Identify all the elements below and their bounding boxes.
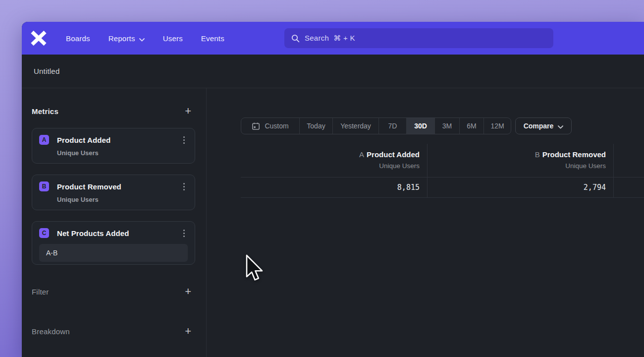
breakdown-section-header: Breakdown +: [32, 324, 195, 338]
segment-label: 6M: [467, 122, 476, 130]
column-header-b[interactable]: BProduct Removed Unique Users: [428, 144, 614, 177]
top-nav: Boards Reports Users Events: [22, 22, 644, 55]
report-title-bar: Untitled: [22, 55, 644, 88]
column-letter: B: [535, 150, 540, 159]
nav-item-users[interactable]: Users: [163, 34, 183, 43]
value-cell-a[interactable]: 8,815: [241, 178, 428, 197]
kebab-menu-icon[interactable]: [180, 182, 188, 191]
segment-label: Custom: [265, 122, 288, 130]
column-header-empty: [614, 144, 644, 177]
column-measure: Unique Users: [241, 162, 420, 170]
column-header-a[interactable]: AProduct Added Unique Users: [241, 144, 428, 177]
nav-item-events[interactable]: Events: [201, 34, 224, 43]
metric-value: 2,794: [584, 183, 606, 192]
compare-button[interactable]: Compare: [515, 118, 572, 134]
calendar-icon: [252, 122, 260, 130]
daterange-today[interactable]: Today: [299, 118, 332, 134]
nav-item-label: Reports: [108, 34, 135, 43]
mouse-cursor-icon: [245, 254, 263, 288]
metric-name: Product Added: [57, 136, 110, 144]
query-builder-sidebar: Metrics + A Product Added Unique Users B…: [22, 88, 207, 357]
search-placeholder: Search ⌘ + K: [305, 34, 355, 43]
metric-card-c[interactable]: C Net Products Added A-B: [32, 221, 195, 265]
nav-item-reports[interactable]: Reports: [108, 34, 145, 43]
compare-label: Compare: [524, 122, 554, 130]
nav-item-label: Events: [201, 34, 224, 43]
formula-input[interactable]: A-B: [39, 244, 188, 262]
daterange-6m[interactable]: 6M: [459, 118, 483, 134]
metric-name: Product Removed: [57, 182, 121, 191]
date-range-segmented-control: Custom Today Yesterday 7D 30D 3M 6M 12M: [241, 118, 511, 134]
metric-card-b[interactable]: B Product Removed Unique Users: [32, 175, 195, 210]
date-range-controls: Custom Today Yesterday 7D 30D 3M 6M 12M …: [241, 118, 572, 134]
metric-letter-badge: C: [39, 228, 49, 238]
chevron-down-icon: [558, 122, 563, 130]
metric-card-a[interactable]: A Product Added Unique Users: [32, 128, 195, 164]
daterange-3m[interactable]: 3M: [434, 118, 459, 134]
segment-label: 30D: [414, 122, 427, 130]
report-title[interactable]: Untitled: [34, 67, 59, 75]
table-value-row: 8,815 2,794: [241, 178, 644, 198]
metrics-title: Metrics: [32, 107, 58, 116]
metrics-section-header: Metrics +: [32, 104, 195, 118]
breakdown-title: Breakdown: [32, 327, 70, 336]
metric-measure[interactable]: Unique Users: [57, 196, 188, 203]
metric-name: Net Products Added: [57, 229, 129, 238]
metric-measure[interactable]: Unique Users: [57, 149, 188, 157]
add-filter-button[interactable]: +: [181, 287, 195, 297]
column-name: Product Added: [367, 150, 420, 159]
segment-label: 12M: [490, 122, 504, 130]
chevron-down-icon: [139, 35, 145, 43]
filter-section-header: Filter +: [32, 285, 195, 298]
segment-label: 7D: [388, 122, 397, 130]
daterange-yesterday[interactable]: Yesterday: [332, 118, 378, 134]
value-cell-b[interactable]: 2,794: [428, 178, 614, 197]
nav-items: Boards Reports Users Events: [66, 34, 224, 43]
metric-value: 8,815: [397, 183, 420, 192]
nav-item-label: Boards: [66, 34, 90, 43]
daterange-12m[interactable]: 12M: [483, 118, 511, 134]
column-measure: Unique Users: [428, 162, 606, 170]
segment-label: Today: [307, 122, 325, 130]
metric-letter-badge: B: [39, 181, 49, 191]
segment-label: 3M: [442, 122, 452, 130]
search-input[interactable]: Search ⌘ + K: [284, 28, 553, 48]
value-cell-empty: [614, 178, 644, 197]
add-breakdown-button[interactable]: +: [181, 326, 195, 336]
metrics-results-table: AProduct Added Unique Users BProduct Rem…: [241, 144, 644, 198]
nav-item-label: Users: [163, 34, 183, 43]
daterange-custom[interactable]: Custom: [241, 118, 299, 134]
kebab-menu-icon[interactable]: [180, 135, 188, 145]
search-icon: [291, 34, 300, 43]
daterange-30d-selected[interactable]: 30D: [406, 118, 434, 134]
desktop-background: Boards Reports Users Events: [0, 0, 644, 357]
mixpanel-logo-icon[interactable]: [30, 30, 48, 46]
filter-title: Filter: [32, 288, 49, 296]
app-window: Boards Reports Users Events: [22, 22, 644, 357]
column-name: Product Removed: [542, 150, 606, 159]
metric-letter-badge: A: [39, 135, 49, 145]
daterange-7d[interactable]: 7D: [378, 118, 406, 134]
segment-label: Yesterday: [340, 122, 371, 130]
results-panel: Custom Today Yesterday 7D 30D 3M 6M 12M …: [207, 88, 644, 357]
add-metric-button[interactable]: +: [181, 106, 195, 116]
kebab-menu-icon[interactable]: [180, 229, 188, 238]
nav-item-boards[interactable]: Boards: [66, 34, 90, 43]
table-header-row: AProduct Added Unique Users BProduct Rem…: [241, 144, 644, 178]
column-letter: A: [359, 150, 364, 159]
